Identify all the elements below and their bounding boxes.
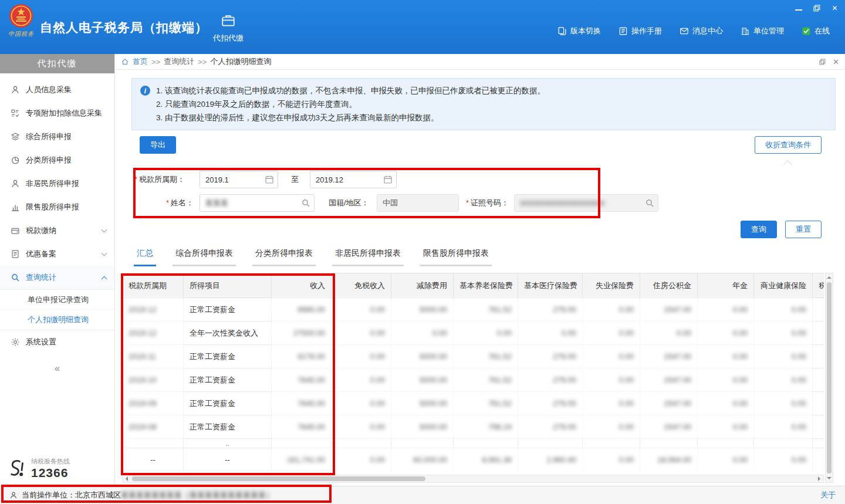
horizontal-scroll-thumb[interactable] bbox=[132, 476, 425, 481]
table-cell: 0.00 bbox=[754, 322, 813, 345]
name-input[interactable]: 某某某 bbox=[200, 194, 315, 212]
checksq-icon bbox=[802, 26, 811, 36]
chevron-down-icon bbox=[102, 251, 107, 256]
scroll-right-arrow-icon[interactable] bbox=[815, 475, 823, 482]
table-totals-row: ----161,741.000.0060,000.008,991.362,960… bbox=[123, 448, 824, 472]
certificate-label: 证照号码： bbox=[466, 194, 509, 212]
close-button[interactable]: ✕ bbox=[830, 4, 839, 13]
breadcrumb-home-link[interactable]: 首页 bbox=[133, 56, 148, 67]
column-header: 年金 bbox=[698, 273, 754, 298]
certificate-input[interactable]: 00000000000000000000 bbox=[514, 194, 658, 212]
restore-button[interactable] bbox=[812, 4, 821, 13]
vertical-scrollbar[interactable] bbox=[825, 273, 833, 483]
table-cell: 7645.00 bbox=[272, 392, 332, 415]
nav-item-org-manage[interactable]: 单位管理 bbox=[741, 26, 784, 36]
period-start-input[interactable]: 2019.1 bbox=[200, 171, 278, 188]
column-header: 免税收入 bbox=[332, 273, 391, 298]
table-cell: 8,991.36 bbox=[454, 448, 518, 472]
scroll-left-arrow-icon[interactable] bbox=[123, 475, 131, 482]
wallet-icon bbox=[11, 226, 20, 235]
table-cell: 0.00 bbox=[583, 392, 640, 415]
notice-line: 1. 该查询统计表仅能查询已申报成功的数据，不包含未申报、申报失败，已申报但已作… bbox=[156, 84, 545, 97]
search-icon bbox=[11, 273, 20, 282]
table-cell bbox=[754, 439, 813, 448]
sidebar-item-label: 优惠备案 bbox=[26, 249, 56, 259]
tab-1[interactable]: 综合所得申报表 bbox=[173, 248, 236, 266]
table-cell: 761.52 bbox=[454, 392, 518, 415]
search-icon[interactable] bbox=[301, 198, 310, 208]
sidebar-item-6[interactable]: 税款缴纳 bbox=[0, 219, 114, 242]
vertical-scroll-thumb[interactable] bbox=[827, 282, 832, 473]
name-value-redacted: 某某某 bbox=[205, 198, 228, 208]
sidebar-item-2[interactable]: 综合所得申报 bbox=[0, 125, 114, 148]
table-cell bbox=[640, 439, 698, 448]
horizontal-scrollbar[interactable] bbox=[122, 475, 824, 483]
calendar-icon[interactable] bbox=[265, 175, 274, 184]
sidebar-collapse-button[interactable]: « bbox=[0, 363, 114, 374]
table-cell: 0.00 bbox=[583, 415, 640, 439]
table-cell: 0.00 bbox=[454, 322, 518, 345]
sidebar-item-3[interactable]: 分类所得申报 bbox=[0, 148, 114, 172]
panel-restore-icon[interactable] bbox=[819, 59, 826, 65]
table-row: 2019-11正常工资薪金9178.000.005000.00761.52279… bbox=[123, 345, 824, 368]
tab-3[interactable]: 非居民所得申报表 bbox=[332, 248, 404, 266]
calendar-icon[interactable] bbox=[383, 175, 393, 184]
sidebar-item-label: 非居民所得申报 bbox=[26, 178, 79, 189]
tab-0[interactable]: 汇总 bbox=[134, 248, 156, 266]
sidebar-subitem-0[interactable]: 单位申报记录查询 bbox=[0, 290, 114, 310]
sidebar-item-1[interactable]: 专项附加扣除信息采集 bbox=[0, 102, 114, 125]
table-cell: 761.52 bbox=[454, 368, 518, 392]
sidebar-item-5[interactable]: 限售股所得申报 bbox=[0, 195, 114, 219]
export-button[interactable]: 导出 bbox=[140, 136, 176, 154]
collapse-query-button[interactable]: 收折查询条件 bbox=[755, 136, 822, 154]
about-link[interactable]: 关于 bbox=[820, 490, 836, 500]
query-button[interactable]: 查询 bbox=[741, 221, 777, 238]
tab-withholding-module[interactable]: 代扣代缴 bbox=[204, 7, 252, 49]
table-cell: 正常工资薪金 bbox=[184, 345, 272, 368]
table-cell: 761.52 bbox=[454, 345, 518, 368]
chart-icon bbox=[11, 202, 20, 212]
tab-4[interactable]: 限售股所得申报表 bbox=[420, 248, 492, 266]
header-nav: 版本切换操作手册消息中心单位管理在线 bbox=[557, 26, 830, 36]
nav-item-version-switch[interactable]: 版本切换 bbox=[557, 26, 601, 36]
search-icon[interactable] bbox=[645, 198, 654, 208]
sidebar-item-9[interactable]: 系统设置 bbox=[0, 330, 114, 354]
sidebar-item-8[interactable]: 查询统计 bbox=[0, 266, 114, 289]
nationality-input[interactable]: 中国 bbox=[377, 194, 459, 212]
table-cell: 18,564.00 bbox=[640, 448, 698, 472]
table-cell: 0.00 bbox=[332, 322, 391, 345]
table-cell: 0.00 bbox=[754, 298, 813, 322]
chevron-up-icon bbox=[102, 276, 107, 282]
nav-item-online-status[interactable]: 在线 bbox=[802, 26, 830, 36]
period-end-input[interactable]: 2019.12 bbox=[310, 171, 397, 188]
sidebar-item-label: 综合所得申报 bbox=[26, 131, 72, 142]
scroll-up-arrow-icon[interactable] bbox=[826, 273, 833, 282]
reset-button[interactable]: 重置 bbox=[785, 221, 822, 238]
tab-2[interactable]: 分类所得申报表 bbox=[252, 248, 316, 266]
table-cell: 0.00 bbox=[332, 368, 391, 392]
table-cell: 0.00 bbox=[332, 345, 391, 368]
table-cell bbox=[272, 439, 332, 448]
app-header: 中国税务 自然人电子税务局（扣缴端） 代扣代缴 版本切换操作手册消息中心单位管理… bbox=[0, 0, 845, 54]
restore-icon bbox=[813, 5, 820, 12]
collapse-notch bbox=[783, 160, 793, 170]
notice-line: 3. 由于数据处理的滞后性，建议您在申报成功3天之后再来查询最新的申报数据。 bbox=[156, 111, 545, 124]
table-cell: 279.00 bbox=[518, 415, 583, 439]
breadcrumb-separator: >> bbox=[151, 57, 160, 66]
sidebar: 代扣代缴 人员信息采集专项附加扣除信息采集综合所得申报分类所得申报非居民所得申报… bbox=[0, 54, 115, 486]
nav-item-message-center[interactable]: 消息中心 bbox=[680, 26, 723, 36]
table-cell: 0.00 bbox=[698, 415, 754, 439]
current-unit-redacted: 某某某某某某某某（某某某某某某某某某某） bbox=[121, 490, 273, 500]
sidebar-item-0[interactable]: 人员信息采集 bbox=[0, 78, 114, 102]
nav-item-manual[interactable]: 操作手册 bbox=[618, 26, 662, 36]
current-unit-visible: 北京市西城区 bbox=[75, 490, 121, 500]
minimize-button[interactable] bbox=[794, 4, 803, 13]
sidebar-item-4[interactable]: 非居民所得申报 bbox=[0, 172, 114, 195]
sidebar-subitem-1[interactable]: 个人扣缴明细查询 bbox=[0, 310, 114, 330]
panel-close-icon[interactable]: ✕ bbox=[833, 57, 839, 66]
scroll-down-arrow-icon[interactable] bbox=[826, 474, 833, 482]
table-cell bbox=[813, 392, 824, 415]
sidebar-item-7[interactable]: 优惠备案 bbox=[0, 242, 114, 266]
table-cell bbox=[123, 439, 184, 448]
pie-icon bbox=[11, 155, 20, 165]
